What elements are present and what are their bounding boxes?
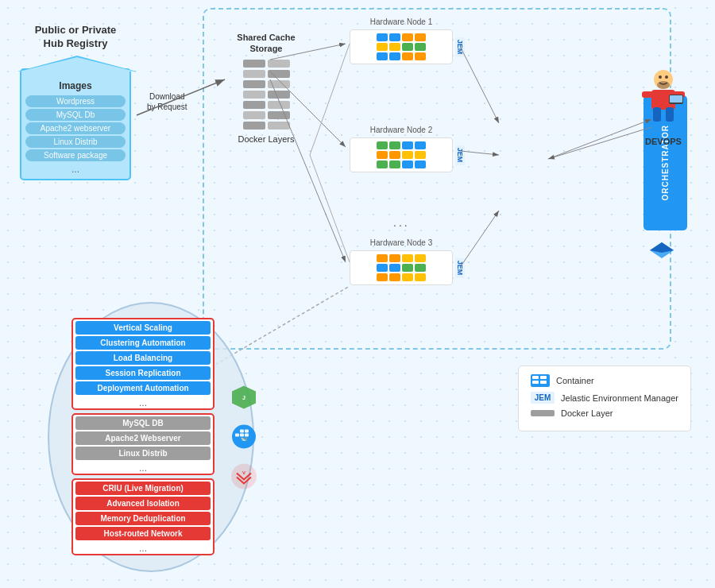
layer-rect (268, 70, 290, 78)
jelastic-icon-small (646, 238, 678, 262)
section-dots-3: ... (73, 543, 213, 554)
lc-row (532, 381, 548, 384)
image-item: Software package (25, 149, 126, 161)
feature-mysql: MySQL DB (75, 416, 211, 430)
node-row (354, 52, 449, 60)
legend-jem-desc: Jelastic Environment Manager (561, 393, 678, 403)
docker-logo: 🐋 (230, 424, 258, 451)
node-block (377, 151, 388, 159)
legend-container-label: Container (556, 376, 594, 385)
node-block (389, 33, 400, 41)
svg-point-8 (657, 81, 670, 89)
layer-rect (243, 101, 265, 109)
node-block (402, 151, 413, 159)
lc-block (532, 381, 539, 384)
node-block (377, 52, 388, 60)
legend-jem-badge: JEM (531, 392, 555, 404)
node-block (389, 151, 400, 159)
cache-storage: Shared CacheStorage Docker Layers (230, 32, 302, 144)
node-block (377, 161, 388, 168)
circle-content: Vertical Scaling Clustering Automation L… (72, 318, 214, 559)
section-dots-1: ... (73, 397, 213, 408)
image-item: Wordpress (25, 95, 126, 107)
node-block (402, 141, 413, 149)
node-row (354, 264, 449, 272)
node-block (402, 52, 413, 60)
docker-section: MySQL DB Apache2 Webserver Linux Distrib… (72, 413, 214, 475)
node-block (415, 43, 426, 51)
node-block (415, 33, 426, 41)
svg-rect-32 (245, 430, 249, 433)
virtuozzo-logo: V (230, 463, 258, 491)
node-block (377, 273, 388, 281)
docker-layers-visual (230, 60, 302, 130)
node-block (377, 43, 388, 51)
orchestrator-icon (646, 238, 678, 265)
legend-container-item: Container (531, 374, 678, 387)
hub-roof-fill (19, 57, 135, 72)
node-2-wrapper: JEM (350, 137, 453, 172)
node-block (389, 141, 400, 149)
legend-layer-icon (531, 410, 555, 416)
jelastic-logo-area: J (230, 384, 258, 412)
lc-block (540, 376, 547, 379)
feature-linux: Linux Distrib (75, 447, 211, 460)
node-block (377, 264, 388, 272)
node-row (354, 273, 449, 281)
jem-label-1: JEM (456, 37, 466, 57)
svg-rect-3 (666, 107, 674, 122)
node-block (415, 254, 426, 262)
hub-building: Images Wordpress MySQL Db Apache2 webser… (20, 68, 131, 180)
feature-session-replication: Session Replication (75, 366, 211, 380)
node-block (415, 141, 426, 149)
svg-rect-2 (653, 107, 661, 122)
layer-rect (268, 60, 290, 68)
svg-rect-10 (670, 95, 682, 103)
images-label: Images (25, 80, 126, 91)
node-block (389, 273, 400, 281)
hw-node-2: Hardware Node 2 JEM (350, 126, 453, 172)
node-block (415, 151, 426, 159)
lc-block (540, 381, 547, 384)
node-block (389, 161, 400, 168)
image-item: MySQL Db (25, 109, 126, 121)
svg-point-6 (659, 75, 662, 79)
layer-rect (268, 122, 290, 130)
feature-clustering: Clustering Automation (75, 336, 211, 350)
node-row (354, 254, 449, 262)
node-row (354, 141, 449, 149)
section-dots-2: ... (73, 462, 213, 474)
node-block (402, 43, 413, 51)
layer-rect (243, 60, 265, 68)
node-2-content (350, 137, 453, 172)
layer-rect (268, 91, 290, 99)
node-row (354, 43, 449, 51)
node-row (354, 33, 449, 41)
hw-node-1-label: Hardware Node 1 (350, 17, 453, 26)
node-block (389, 52, 400, 60)
node-block (402, 254, 413, 262)
feature-host-routed: Host-routed Network (75, 527, 211, 540)
lc-row (532, 376, 548, 379)
hub-title: Public or PrivateHub Registry (12, 24, 139, 51)
layer-rect (243, 122, 265, 130)
hw-node-3: Hardware Node 3 JEM (350, 238, 453, 285)
layer-rect (243, 111, 265, 119)
hw-node-1: Hardware Node 1 JEM (350, 17, 453, 64)
node-block (377, 254, 388, 262)
feature-memory-dedup: Memory Deduplication (75, 512, 211, 525)
node-block (389, 264, 400, 272)
node-block (377, 33, 388, 41)
feature-load-balancing: Load Balancing (75, 351, 211, 365)
node-row (354, 151, 449, 159)
feature-vertical-scaling: Vertical Scaling (75, 321, 211, 335)
layer-rect (268, 101, 290, 109)
svg-rect-30 (245, 434, 249, 437)
feature-deployment: Deployment Automation (75, 381, 211, 395)
devops: DEVOPS (632, 68, 695, 146)
legend-jem-item: JEM Jelastic Environment Manager (531, 392, 678, 404)
node-3-content (350, 250, 453, 285)
layer-rect (243, 80, 265, 88)
layer-rect (268, 111, 290, 119)
image-item: Apache2 webserver (25, 122, 126, 134)
